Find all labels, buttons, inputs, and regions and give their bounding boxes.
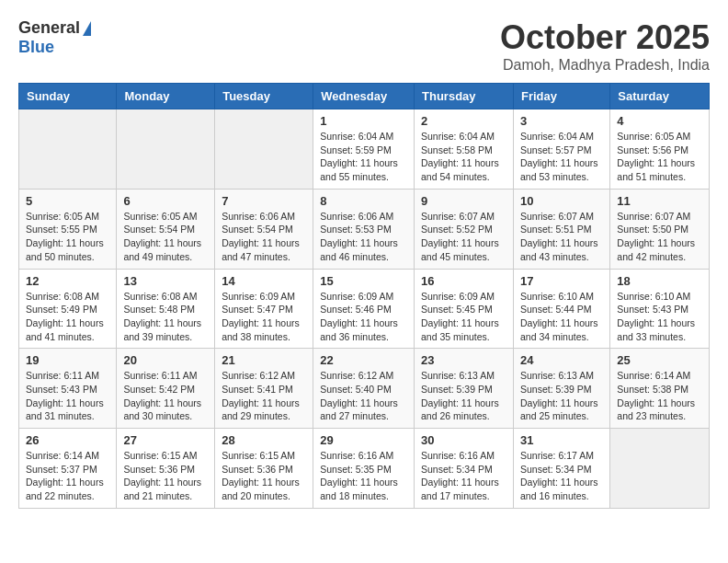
day-number: 11 [617, 194, 702, 208]
calendar-cell: 3Sunrise: 6:04 AM Sunset: 5:57 PM Daylig… [513, 109, 609, 190]
logo-blue-text: Blue [18, 38, 54, 57]
day-number: 18 [617, 274, 702, 288]
day-number: 9 [421, 194, 506, 208]
day-number: 10 [520, 194, 603, 208]
col-header-saturday: Saturday [610, 84, 710, 109]
calendar-title: October 2025 [500, 18, 710, 57]
day-info: Sunrise: 6:15 AM Sunset: 5:36 PM Dayligh… [222, 449, 306, 503]
day-info: Sunrise: 6:08 AM Sunset: 5:49 PM Dayligh… [26, 290, 109, 344]
day-info: Sunrise: 6:09 AM Sunset: 5:46 PM Dayligh… [320, 290, 407, 344]
day-number: 12 [26, 274, 109, 288]
day-number: 25 [617, 353, 702, 367]
calendar-cell [215, 109, 313, 190]
day-info: Sunrise: 6:04 AM Sunset: 5:57 PM Dayligh… [520, 130, 603, 184]
calendar-cell: 11Sunrise: 6:07 AM Sunset: 5:50 PM Dayli… [610, 189, 710, 269]
day-info: Sunrise: 6:10 AM Sunset: 5:44 PM Dayligh… [520, 290, 603, 344]
day-number: 15 [320, 274, 407, 288]
calendar-cell: 19Sunrise: 6:11 AM Sunset: 5:43 PM Dayli… [19, 349, 117, 429]
day-info: Sunrise: 6:10 AM Sunset: 5:43 PM Dayligh… [617, 290, 702, 344]
calendar-week-row: 26Sunrise: 6:14 AM Sunset: 5:37 PM Dayli… [19, 429, 710, 509]
day-number: 8 [320, 194, 407, 208]
day-number: 24 [520, 353, 603, 367]
calendar-cell: 1Sunrise: 6:04 AM Sunset: 5:59 PM Daylig… [313, 109, 415, 190]
day-info: Sunrise: 6:12 AM Sunset: 5:41 PM Dayligh… [222, 369, 306, 423]
day-info: Sunrise: 6:11 AM Sunset: 5:42 PM Dayligh… [123, 369, 208, 423]
calendar-cell: 30Sunrise: 6:16 AM Sunset: 5:34 PM Dayli… [415, 429, 514, 509]
calendar-cell: 27Sunrise: 6:15 AM Sunset: 5:36 PM Dayli… [117, 429, 215, 509]
logo-general-text: General [18, 18, 80, 38]
calendar-cell: 25Sunrise: 6:14 AM Sunset: 5:38 PM Dayli… [610, 349, 710, 429]
calendar-cell: 18Sunrise: 6:10 AM Sunset: 5:43 PM Dayli… [610, 269, 710, 349]
calendar-cell: 17Sunrise: 6:10 AM Sunset: 5:44 PM Dayli… [513, 269, 609, 349]
calendar-cell: 10Sunrise: 6:07 AM Sunset: 5:51 PM Dayli… [513, 189, 609, 269]
calendar-cell: 28Sunrise: 6:15 AM Sunset: 5:36 PM Dayli… [215, 429, 313, 509]
day-number: 27 [123, 433, 208, 447]
day-number: 7 [222, 194, 306, 208]
calendar-cell: 31Sunrise: 6:17 AM Sunset: 5:34 PM Dayli… [513, 429, 609, 509]
day-number: 3 [520, 114, 603, 128]
calendar-cell: 6Sunrise: 6:05 AM Sunset: 5:54 PM Daylig… [117, 189, 215, 269]
calendar-week-row: 5Sunrise: 6:05 AM Sunset: 5:55 PM Daylig… [19, 189, 710, 269]
day-info: Sunrise: 6:09 AM Sunset: 5:45 PM Dayligh… [421, 290, 506, 344]
calendar-subtitle: Damoh, Madhya Pradesh, India [500, 57, 710, 74]
logo: General Blue [18, 18, 91, 57]
calendar-cell: 4Sunrise: 6:05 AM Sunset: 5:56 PM Daylig… [610, 109, 710, 190]
day-number: 29 [320, 433, 407, 447]
calendar-cell: 13Sunrise: 6:08 AM Sunset: 5:48 PM Dayli… [117, 269, 215, 349]
day-info: Sunrise: 6:14 AM Sunset: 5:38 PM Dayligh… [617, 369, 702, 423]
calendar-cell: 14Sunrise: 6:09 AM Sunset: 5:47 PM Dayli… [215, 269, 313, 349]
day-number: 30 [421, 433, 506, 447]
calendar-cell: 12Sunrise: 6:08 AM Sunset: 5:49 PM Dayli… [19, 269, 117, 349]
day-info: Sunrise: 6:12 AM Sunset: 5:40 PM Dayligh… [320, 369, 407, 423]
calendar-cell: 16Sunrise: 6:09 AM Sunset: 5:45 PM Dayli… [415, 269, 514, 349]
day-info: Sunrise: 6:06 AM Sunset: 5:54 PM Dayligh… [222, 210, 306, 264]
day-info: Sunrise: 6:05 AM Sunset: 5:56 PM Dayligh… [617, 130, 702, 184]
col-header-friday: Friday [513, 84, 609, 109]
calendar-cell: 7Sunrise: 6:06 AM Sunset: 5:54 PM Daylig… [215, 189, 313, 269]
day-info: Sunrise: 6:07 AM Sunset: 5:52 PM Dayligh… [421, 210, 506, 264]
day-number: 21 [222, 353, 306, 367]
day-number: 31 [520, 433, 603, 447]
day-number: 5 [26, 194, 109, 208]
day-info: Sunrise: 6:11 AM Sunset: 5:43 PM Dayligh… [26, 369, 109, 423]
calendar-week-row: 19Sunrise: 6:11 AM Sunset: 5:43 PM Dayli… [19, 349, 710, 429]
calendar-header-row: SundayMondayTuesdayWednesdayThursdayFrid… [19, 84, 710, 109]
day-number: 20 [123, 353, 208, 367]
day-info: Sunrise: 6:16 AM Sunset: 5:34 PM Dayligh… [421, 449, 506, 503]
day-info: Sunrise: 6:07 AM Sunset: 5:50 PM Dayligh… [617, 210, 702, 264]
calendar-cell: 8Sunrise: 6:06 AM Sunset: 5:53 PM Daylig… [313, 189, 415, 269]
day-info: Sunrise: 6:07 AM Sunset: 5:51 PM Dayligh… [520, 210, 603, 264]
day-number: 6 [123, 194, 208, 208]
day-info: Sunrise: 6:13 AM Sunset: 5:39 PM Dayligh… [421, 369, 506, 423]
calendar-cell: 9Sunrise: 6:07 AM Sunset: 5:52 PM Daylig… [415, 189, 514, 269]
day-info: Sunrise: 6:05 AM Sunset: 5:55 PM Dayligh… [26, 210, 109, 264]
calendar-cell: 15Sunrise: 6:09 AM Sunset: 5:46 PM Dayli… [313, 269, 415, 349]
col-header-sunday: Sunday [19, 84, 117, 109]
calendar-cell: 5Sunrise: 6:05 AM Sunset: 5:55 PM Daylig… [19, 189, 117, 269]
day-number: 14 [222, 274, 306, 288]
day-info: Sunrise: 6:04 AM Sunset: 5:59 PM Dayligh… [320, 130, 407, 184]
title-section: October 2025 Damoh, Madhya Pradesh, Indi… [500, 18, 710, 74]
day-info: Sunrise: 6:15 AM Sunset: 5:36 PM Dayligh… [123, 449, 208, 503]
col-header-wednesday: Wednesday [313, 84, 415, 109]
day-number: 4 [617, 114, 702, 128]
day-number: 2 [421, 114, 506, 128]
calendar-cell: 22Sunrise: 6:12 AM Sunset: 5:40 PM Dayli… [313, 349, 415, 429]
calendar-cell: 20Sunrise: 6:11 AM Sunset: 5:42 PM Dayli… [117, 349, 215, 429]
day-number: 26 [26, 433, 109, 447]
day-info: Sunrise: 6:13 AM Sunset: 5:39 PM Dayligh… [520, 369, 603, 423]
day-info: Sunrise: 6:05 AM Sunset: 5:54 PM Dayligh… [123, 210, 208, 264]
calendar-cell [117, 109, 215, 190]
day-number: 17 [520, 274, 603, 288]
day-info: Sunrise: 6:08 AM Sunset: 5:48 PM Dayligh… [123, 290, 208, 344]
col-header-thursday: Thursday [415, 84, 514, 109]
calendar-cell [610, 429, 710, 509]
calendar-cell: 24Sunrise: 6:13 AM Sunset: 5:39 PM Dayli… [513, 349, 609, 429]
day-info: Sunrise: 6:09 AM Sunset: 5:47 PM Dayligh… [222, 290, 306, 344]
day-info: Sunrise: 6:17 AM Sunset: 5:34 PM Dayligh… [520, 449, 603, 503]
calendar-cell [19, 109, 117, 190]
calendar-week-row: 12Sunrise: 6:08 AM Sunset: 5:49 PM Dayli… [19, 269, 710, 349]
day-number: 1 [320, 114, 407, 128]
day-number: 23 [421, 353, 506, 367]
day-number: 28 [222, 433, 306, 447]
